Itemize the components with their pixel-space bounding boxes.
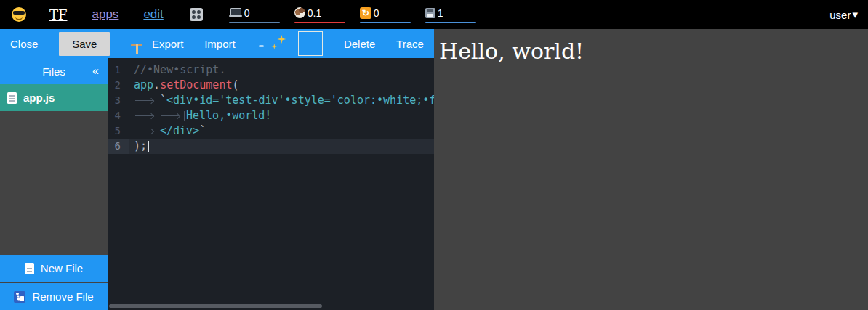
user-menu-label: user bbox=[829, 9, 851, 21]
laptop-icon bbox=[229, 8, 242, 18]
line-number: 3 bbox=[108, 93, 129, 108]
code-editor[interactable]: 1//•New•script.2app.setDocument(3`<div•i… bbox=[108, 58, 434, 310]
code-token: app bbox=[134, 78, 153, 91]
code-line[interactable]: 1//•New•script. bbox=[108, 62, 434, 78]
line-number: 2 bbox=[108, 78, 129, 93]
chevron-down-icon: ▾ bbox=[852, 8, 858, 21]
file-name: app.js bbox=[23, 91, 55, 104]
text-cursor bbox=[148, 141, 149, 152]
stat-ram[interactable]: 0.1 bbox=[294, 7, 345, 23]
new-file-button[interactable]: New File bbox=[0, 255, 108, 282]
stat-value: 0 bbox=[244, 7, 250, 19]
code-token: setDocument bbox=[160, 78, 232, 91]
remove-file-icon bbox=[14, 291, 25, 303]
line-number: 4 bbox=[108, 108, 129, 123]
code-token: . bbox=[153, 78, 160, 91]
tab-marker bbox=[134, 96, 158, 105]
code-line[interactable]: 3`<div•id='test-div'•style='color:•white… bbox=[108, 93, 434, 108]
floppy-disk-icon bbox=[425, 8, 435, 18]
reload-icon bbox=[360, 7, 371, 19]
line-number: 1 bbox=[108, 62, 129, 78]
file-item-appjs[interactable]: app.js bbox=[0, 84, 108, 111]
stat-meter-bar bbox=[360, 22, 411, 23]
topbar-link-apps[interactable]: apps bbox=[92, 7, 119, 22]
tab-marker bbox=[160, 111, 185, 121]
stat-value: 0 bbox=[374, 7, 379, 19]
export-button[interactable]: Export bbox=[152, 38, 183, 50]
new-file-icon bbox=[25, 263, 34, 274]
horizontal-scrollbar-thumb[interactable] bbox=[109, 304, 322, 308]
code-token: //•New•script. bbox=[134, 63, 225, 76]
control-knobs-icon[interactable] bbox=[190, 8, 203, 21]
line-number: 6 bbox=[108, 139, 129, 154]
topbar-link-edit[interactable]: edit bbox=[143, 7, 163, 22]
line-content: ); bbox=[129, 139, 434, 154]
files-panel-header: Files « bbox=[0, 58, 108, 84]
stat-value: 1 bbox=[438, 7, 443, 19]
topbar-stats: 00.101 bbox=[229, 7, 476, 23]
code-token: Hello,•world! bbox=[186, 109, 271, 122]
tab-marker bbox=[134, 126, 158, 136]
user-menu[interactable]: user ▾ bbox=[829, 8, 858, 21]
remove-file-button[interactable]: Remove File bbox=[0, 283, 108, 310]
line-content: `<div•id='test-div'•style='color:•white;… bbox=[129, 93, 434, 108]
stat-reload[interactable]: 0 bbox=[360, 7, 411, 23]
rendered-document-text: Hello, world! bbox=[439, 38, 868, 64]
code-line[interactable]: 2app.setDocument( bbox=[108, 78, 434, 93]
code-token: <div•id='test-div'•style='color:•white;•… bbox=[166, 94, 434, 107]
code-line[interactable]: 5</div>` bbox=[108, 123, 434, 139]
document-icon bbox=[7, 92, 17, 104]
code-line[interactable]: 4Hello,•world! bbox=[108, 108, 434, 123]
line-content: app.setDocument( bbox=[129, 78, 434, 93]
code-token: </div> bbox=[160, 124, 199, 137]
sidebar-background bbox=[0, 111, 108, 255]
rendered-document-panel: Hello, world! bbox=[434, 29, 868, 310]
line-content: //•New•script. bbox=[129, 62, 434, 78]
line-number: 5 bbox=[108, 123, 129, 139]
editor-toolbar: Close Save Export Import Delete Trace bbox=[0, 29, 434, 58]
save-button[interactable]: Save bbox=[59, 32, 110, 56]
tab-marker bbox=[134, 111, 158, 121]
close-button[interactable]: Close bbox=[10, 38, 38, 50]
stat-value: 0.1 bbox=[308, 7, 321, 19]
stat-meter-bar bbox=[425, 22, 476, 23]
code-lines: 1//•New•script.2app.setDocument(3`<div•i… bbox=[108, 62, 434, 154]
line-content: </div>` bbox=[129, 123, 434, 139]
delete-button[interactable]: Delete bbox=[344, 38, 375, 50]
code-line[interactable]: 6); bbox=[108, 139, 434, 154]
import-button[interactable]: Import bbox=[204, 38, 236, 50]
stat-laptop[interactable]: 0 bbox=[229, 7, 280, 23]
stat-meter-bar bbox=[294, 22, 345, 23]
line-content: Hello,•world! bbox=[129, 108, 434, 123]
trace-button[interactable]: Trace bbox=[396, 38, 424, 50]
sunglasses-face-icon[interactable] bbox=[12, 7, 26, 22]
code-token: ); bbox=[134, 139, 147, 152]
stat-floppy-disk[interactable]: 1 bbox=[425, 7, 476, 23]
stat-meter-bar bbox=[229, 22, 280, 23]
remove-file-label: Remove File bbox=[32, 290, 93, 303]
top-bar: TF apps edit 00.101 user ▾ bbox=[0, 0, 868, 29]
code-token: ` bbox=[199, 124, 206, 137]
collapse-sidebar-button[interactable]: « bbox=[92, 65, 99, 78]
code-token: ` bbox=[160, 94, 166, 107]
code-token: ( bbox=[232, 78, 238, 91]
new-file-label: New File bbox=[41, 262, 83, 274]
empty-box-button[interactable] bbox=[298, 31, 323, 56]
files-panel-title: Files bbox=[42, 65, 65, 78]
brand-link[interactable]: TF bbox=[49, 7, 68, 23]
ram-icon bbox=[294, 7, 305, 18]
